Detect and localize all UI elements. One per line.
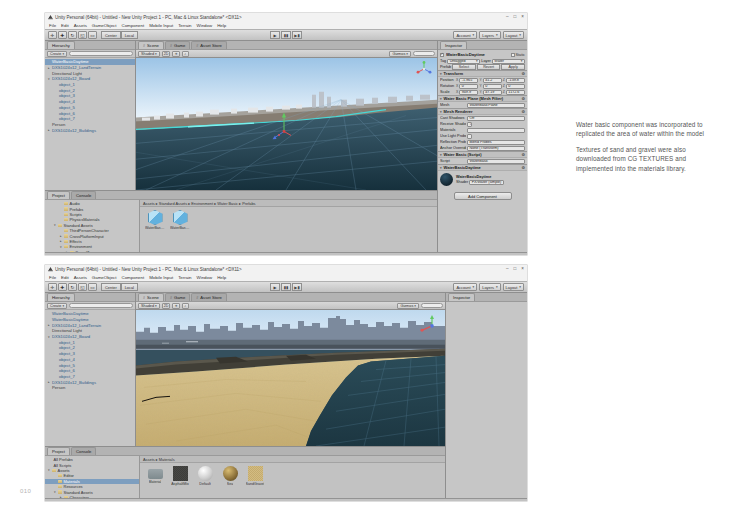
z-value-field[interactable]: -139.8 [506, 78, 525, 83]
transform-tool-button[interactable]: ▭ [88, 31, 97, 39]
space-toggle[interactable]: Local [121, 31, 138, 39]
component-header[interactable]: ▾ Mesh Renderer ⚙ [438, 108, 527, 115]
asset-item[interactable]: WaterBasicN... [170, 210, 190, 230]
menu-item[interactable]: Component [122, 23, 145, 28]
transform-tool-button[interactable]: ◱ [78, 31, 87, 39]
gizmos-dropdown[interactable]: Gizmos▾ [397, 303, 419, 309]
layers-dropdown[interactable]: Layers▾ [479, 31, 500, 39]
scene-toggle-button[interactable]: 2D [162, 303, 171, 309]
layer-dropdown[interactable]: Water▾ [492, 59, 525, 64]
menu-item[interactable]: GameObject [92, 23, 117, 28]
foldout-icon[interactable]: ▾ [440, 166, 442, 170]
transform-tool-button[interactable]: ✚ [58, 283, 67, 291]
scene-tab[interactable]: #Game [165, 293, 190, 301]
gear-icon[interactable]: ⚙ [521, 165, 525, 170]
x-value-field[interactable]: 0 [459, 84, 478, 89]
gizmos-dropdown[interactable]: Gizmos▾ [389, 51, 411, 57]
window-control-button[interactable]: × [521, 267, 524, 272]
z-value-field[interactable]: 1172.6 [506, 90, 525, 95]
x-value-field[interactable]: -1.965 [459, 78, 478, 83]
asset-item[interactable]: WaterBasicD... [145, 210, 165, 230]
scene-tab[interactable]: #Asset Store [191, 41, 227, 49]
pivot-toggle[interactable]: Center [101, 283, 121, 291]
shading-mode-dropdown[interactable]: Shaded▾ [138, 51, 160, 57]
account-dropdown[interactable]: Account▾ [453, 31, 477, 39]
transform-tool-button[interactable]: ✛ [48, 283, 57, 291]
menu-item[interactable]: Assets [74, 275, 87, 280]
hierarchy-search-input[interactable] [69, 51, 133, 56]
layout-dropdown[interactable]: Layout▾ [503, 31, 524, 39]
window-control-button[interactable]: – [506, 267, 509, 272]
menu-item[interactable]: Edit [61, 23, 69, 28]
transform-tool-button[interactable]: ◱ [78, 283, 87, 291]
hierarchy-item[interactable]: Person [45, 385, 135, 391]
foldout-icon[interactable]: ▾ [440, 72, 442, 76]
x-value-field[interactable]: 949.9 [459, 90, 478, 95]
create-button[interactable]: Create▾ [47, 51, 67, 57]
y-value-field[interactable]: 47.19 [483, 90, 502, 95]
material-header[interactable]: ▾ WaterBasicDaytime ⚙ [438, 164, 527, 171]
menu-item[interactable]: Component [122, 275, 145, 280]
layout-dropdown[interactable]: Layout▾ [503, 283, 524, 291]
tab-inspector[interactable]: Inspector [440, 41, 467, 49]
scene-toggle-button[interactable]: ☀ [172, 303, 179, 309]
scene-viewport[interactable] [136, 310, 445, 446]
scene-tab[interactable]: #Scene [138, 41, 164, 49]
scene-tab[interactable]: #Scene [138, 293, 164, 301]
shader-dropdown[interactable]: FX/Water (simple) [469, 180, 504, 185]
asset-item[interactable]: Material [145, 466, 165, 484]
gear-icon[interactable]: ⚙ [521, 71, 525, 76]
scene-viewport[interactable] [136, 58, 437, 190]
tab-hierarchy[interactable]: Hierarchy [47, 293, 75, 301]
menu-item[interactable]: GameObject [92, 275, 117, 280]
field-value[interactable]: WaterBasicPlane [467, 103, 525, 108]
hierarchy-search-input[interactable] [69, 303, 133, 308]
y-value-field[interactable]: 41.2 [483, 78, 502, 83]
play-control-button[interactable]: ▶▮ [292, 283, 302, 291]
field-value[interactable] [467, 134, 472, 139]
scene-toggle-button[interactable]: 2D [162, 51, 171, 57]
asset-item[interactable]: Sea [220, 466, 240, 486]
component-header-transform[interactable]: ▾ Transform ⚙ [438, 70, 527, 77]
menu-item[interactable]: Window [197, 275, 213, 280]
window-control-button[interactable]: □ [514, 267, 517, 272]
field-value[interactable] [467, 128, 525, 133]
gear-icon[interactable]: ⚙ [521, 96, 525, 101]
play-control-button[interactable]: ▶ [270, 283, 280, 291]
account-dropdown[interactable]: Account▾ [453, 283, 477, 291]
space-toggle[interactable]: Local [121, 283, 138, 291]
window-control-button[interactable]: × [521, 15, 524, 20]
transform-tool-button[interactable]: ✛ [48, 31, 57, 39]
scene-search-input[interactable] [421, 303, 443, 308]
play-control-button[interactable]: ▶▮ [292, 31, 302, 39]
gear-icon[interactable]: ⚙ [521, 109, 525, 114]
y-value-field[interactable]: 0 [483, 84, 502, 89]
transform-tool-button[interactable]: ▭ [88, 283, 97, 291]
transform-tool-button[interactable]: ✚ [58, 31, 67, 39]
scene-toggle-button[interactable]: ♪ [182, 303, 189, 309]
title-bar[interactable]: Unity Personal (64bit) - Untitled - New … [45, 265, 527, 274]
window-control-button[interactable]: □ [514, 15, 517, 20]
transform-tool-button[interactable]: ↻ [68, 31, 77, 39]
prefab-action-button[interactable]: Select [452, 64, 476, 69]
static-checkbox[interactable] [511, 53, 515, 57]
tab-hierarchy[interactable]: Hierarchy [47, 41, 75, 49]
foldout-icon[interactable]: ▾ [440, 97, 442, 101]
project-tab[interactable]: Console [71, 191, 96, 199]
asset-item[interactable]: AsphaltMix [170, 466, 190, 486]
project-tab[interactable]: Project [47, 191, 70, 199]
play-control-button[interactable]: ▶ [270, 31, 280, 39]
static-toggle[interactable]: Static [511, 53, 526, 57]
title-bar[interactable]: Unity Personal (64bit) - Untitled - New … [45, 13, 527, 22]
tag-dropdown[interactable]: Untagged▾ [447, 59, 480, 64]
scene-tab[interactable]: #Game [165, 41, 190, 49]
project-tab[interactable]: Project [47, 447, 70, 455]
z-value-field[interactable]: 0 [506, 84, 525, 89]
menu-item[interactable]: Edit [61, 275, 69, 280]
field-value[interactable]: WaterBasic [467, 159, 525, 164]
asset-item[interactable]: SandGravel [245, 466, 265, 486]
field-value[interactable]: None (Transform) [467, 146, 525, 151]
prefab-action-button[interactable]: Apply [501, 64, 525, 69]
play-control-button[interactable]: ▮▮ [281, 31, 291, 39]
menu-item[interactable]: Terrain [178, 275, 191, 280]
